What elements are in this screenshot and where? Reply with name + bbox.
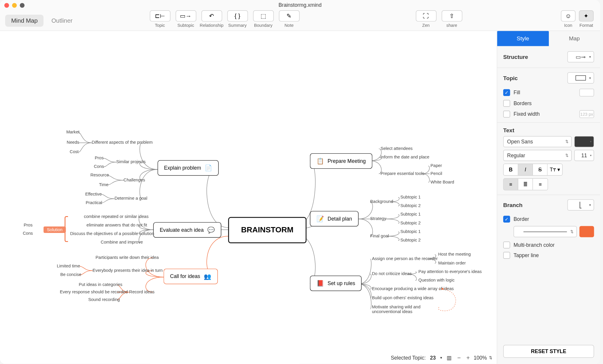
lbl-attention[interactable]: Pay attention to everyone's ideas xyxy=(418,269,482,274)
lbl-cost[interactable]: Cost xyxy=(70,149,79,154)
lbl-eval3[interactable]: Discuss the objectives of a possible sol… xyxy=(70,231,154,236)
minimize-dot[interactable] xyxy=(12,3,17,8)
lbl-inform[interactable]: Inform the date and place xyxy=(380,155,429,159)
bold-button[interactable]: B xyxy=(504,164,518,175)
lbl-assign[interactable]: Assign one person as the recorder xyxy=(372,256,438,261)
italic-button[interactable]: I xyxy=(518,164,533,175)
border-line-select[interactable] xyxy=(513,226,577,237)
lbl-call1[interactable]: Participants write down their idea xyxy=(96,255,159,260)
chevron-down-icon[interactable]: ▾ xyxy=(440,356,442,360)
lbl-d5[interactable]: Subtopic 1 xyxy=(400,229,421,234)
lbl-market[interactable]: Market xyxy=(66,130,79,134)
strike-button[interactable]: S xyxy=(533,164,548,175)
lbl-d2[interactable]: Subtopic 2 xyxy=(400,203,421,208)
node-rules[interactable]: 📕Set up rules xyxy=(310,276,362,291)
lbl-finalgoal[interactable]: Final goal xyxy=(370,233,389,238)
map-overview-icon[interactable]: ▥ xyxy=(447,355,451,361)
lbl-pros2[interactable]: Pros xyxy=(95,155,104,160)
node-evaluate[interactable]: Evaluate each idea💬 xyxy=(153,222,221,238)
zoom-stepper[interactable]: ⇅ xyxy=(489,356,493,360)
reset-style-button[interactable]: RESET STYLE xyxy=(503,345,594,358)
topic-shape-select[interactable] xyxy=(567,72,594,84)
lbl-concise[interactable]: Be concise xyxy=(60,272,82,277)
close-dot[interactable] xyxy=(4,3,9,8)
fill-checkbox[interactable]: ✓ xyxy=(503,89,510,96)
lbl-challenges[interactable]: Challenges xyxy=(124,177,145,182)
lbl-eval2[interactable]: eliminate answers that do not fit xyxy=(87,223,147,227)
toolbar-boundary[interactable]: ⬚Boundary xyxy=(251,10,276,27)
lbl-limitedtime[interactable]: Limited time xyxy=(57,264,80,268)
node-call[interactable]: Call for ideas👥 xyxy=(164,269,218,284)
align-left-button[interactable]: ≡ xyxy=(504,179,518,190)
lbl-effective[interactable]: Effective xyxy=(85,192,102,196)
lbl-logic[interactable]: Question with logic xyxy=(418,278,455,282)
lbl-rec2[interactable]: Every response should be recorded xyxy=(60,289,128,294)
lbl-goal[interactable]: Determine a goal xyxy=(115,196,147,201)
lbl-order[interactable]: Maintain order xyxy=(438,261,465,265)
align-right-button[interactable]: ≡ xyxy=(533,179,548,190)
toolbar-icon[interactable]: ☺Icon xyxy=(560,10,577,27)
lbl-tools[interactable]: Prepare essential tools xyxy=(380,171,424,176)
lbl-host[interactable]: Host the meeting xyxy=(438,252,471,257)
align-center-button[interactable]: ≣ xyxy=(518,179,533,190)
lbl-resource[interactable]: Resource xyxy=(90,173,109,177)
fill-color[interactable] xyxy=(579,89,594,96)
tab-mindmap[interactable]: Mind Map xyxy=(5,15,44,27)
border-checkbox[interactable]: ✓ xyxy=(503,216,510,222)
branch-style-select[interactable]: ⎣ xyxy=(567,199,594,211)
node-prepare[interactable]: 📋Prepare Meeting xyxy=(310,153,372,169)
size-select[interactable]: 11 xyxy=(574,150,594,161)
lbl-criticize[interactable]: Do not criticize ideas xyxy=(372,271,412,276)
lbl-d3[interactable]: Subtopic 1 xyxy=(400,212,421,216)
lbl-pencil[interactable]: Pencil xyxy=(430,171,442,176)
toolbar-relationship[interactable]: ↶Relationship xyxy=(199,10,224,27)
node-explain[interactable]: Explain problem📄 xyxy=(158,160,219,176)
fixedwidth-checkbox[interactable] xyxy=(503,111,510,118)
lbl-d4[interactable]: Subtopic 2 xyxy=(400,221,421,225)
border-color[interactable] xyxy=(579,226,594,237)
multibranch-checkbox[interactable] xyxy=(503,241,510,248)
lbl-call2[interactable]: Everybody presents their idea in turn xyxy=(92,268,163,272)
lbl-d6[interactable]: Subtopic 2 xyxy=(400,238,421,242)
lbl-rec1[interactable]: Put ideas in categories xyxy=(79,282,122,287)
lbl-rec3[interactable]: Sound recording xyxy=(88,297,120,302)
lbl-practical[interactable]: Practical xyxy=(86,200,102,205)
structure-select[interactable]: ▭⊸ xyxy=(567,51,594,62)
tag-solution[interactable]: Solution xyxy=(44,226,66,233)
tapper-checkbox[interactable] xyxy=(503,252,510,259)
toolbar-format[interactable]: ✦Format xyxy=(578,10,595,27)
toolbar-subtopic[interactable]: ▭→Subtopic xyxy=(173,10,198,27)
panel-tab-style[interactable]: Style xyxy=(497,31,549,46)
lbl-time[interactable]: Time xyxy=(99,182,108,187)
zoom-in-button[interactable]: + xyxy=(465,354,471,361)
tab-outliner[interactable]: Outliner xyxy=(45,15,79,27)
text-color[interactable] xyxy=(574,136,594,147)
lbl-motivate[interactable]: Motivate sharing wild and unconventional… xyxy=(372,305,441,314)
font-select[interactable]: Open Sans xyxy=(503,136,571,147)
toolbar-share[interactable]: ⇧share xyxy=(439,10,464,27)
panel-tab-map[interactable]: Map xyxy=(549,31,600,46)
fixedwidth-input[interactable]: 123 px xyxy=(579,110,594,118)
lbl-eval1[interactable]: combine repeated or similar ideas xyxy=(84,214,148,219)
label-pros[interactable]: Pros xyxy=(24,223,32,227)
lbl-needs[interactable]: Needs xyxy=(67,140,79,145)
lbl-build[interactable]: Build upon others' existing ideas xyxy=(372,295,433,300)
weight-select[interactable]: Regular xyxy=(503,150,571,161)
toolbar-summary[interactable]: { }Summary xyxy=(225,10,250,27)
lbl-cons2[interactable]: Cons xyxy=(94,164,104,169)
toolbar-topic[interactable]: ⊏⊢Topic xyxy=(148,10,173,27)
lbl-whiteboard[interactable]: White Board xyxy=(430,180,454,184)
lbl-d1[interactable]: Subtopic 1 xyxy=(400,195,421,199)
zoom-dot[interactable] xyxy=(20,3,24,8)
toolbar-note[interactable]: ✎Note xyxy=(276,10,302,27)
lbl-eval4[interactable]: Combine and improve xyxy=(101,240,143,244)
lbl-background[interactable]: Background xyxy=(370,199,393,203)
lbl-aspects[interactable]: Different aspects of the problem xyxy=(92,140,153,145)
toolbar-zen[interactable]: ⛶Zen xyxy=(413,10,438,27)
borders-checkbox[interactable] xyxy=(503,100,510,107)
lbl-strategy[interactable]: Strategy xyxy=(370,216,386,221)
lbl-attendees[interactable]: Select attendees xyxy=(380,146,413,151)
canvas[interactable]: BRAINSTORM Explain problem📄 Evaluate eac… xyxy=(0,31,497,364)
node-detail[interactable]: 📝Detail plan xyxy=(310,211,359,226)
textcase-button[interactable]: Tᴛ ▾ xyxy=(548,164,562,175)
